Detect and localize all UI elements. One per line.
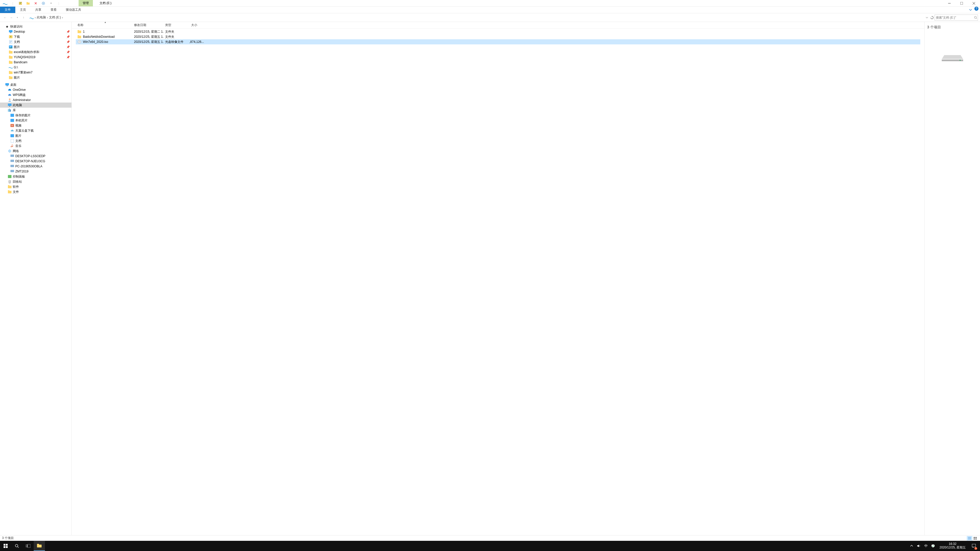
col-date[interactable]: 修改日期 — [132, 23, 164, 27]
tree-item-lib[interactable]: 文档 — [0, 138, 72, 143]
forward-button[interactable]: → — [8, 14, 14, 21]
col-size[interactable]: 大小 — [189, 23, 205, 27]
tree-item-documents[interactable]: 文档📌 — [0, 39, 72, 44]
file-date: 2020/12/15, 星期二 1... — [132, 30, 164, 34]
new-folder-icon[interactable] — [25, 0, 31, 6]
tree-item-lib[interactable]: 图片 — [0, 133, 72, 138]
svg-rect-58 — [974, 538, 975, 540]
tab-file[interactable]: 文件 — [0, 6, 15, 13]
tree-item-wps[interactable]: WPS网盘 — [0, 92, 72, 97]
context-tab-label[interactable]: 管理 — [79, 0, 93, 6]
svg-rect-68 — [37, 544, 39, 545]
tree-item-net[interactable]: DESKTOP-NJEU3CG — [0, 159, 72, 164]
tree-item-desktop[interactable]: Desktop📌 — [0, 29, 72, 34]
view-thumbnails-button[interactable] — [972, 536, 978, 540]
breadcrumb[interactable]: › 此电脑 › 文档 (E:) › — [28, 14, 923, 21]
address-dropdown[interactable] — [924, 17, 929, 19]
chevron-right-icon[interactable]: › — [47, 16, 48, 19]
clock[interactable]: 16:32 2020/12/25, 星期五 — [937, 542, 968, 549]
chevron-right-icon[interactable]: › — [62, 16, 63, 19]
file-explorer-task[interactable] — [34, 541, 45, 551]
tree-item-onedrive[interactable]: OneDrive — [0, 87, 72, 92]
tree-item-folder[interactable]: 图片 — [0, 75, 72, 80]
tree-item-folder[interactable]: win7重装win7 — [0, 70, 72, 75]
tree-item-folder[interactable]: 文件 — [0, 189, 72, 194]
search-button[interactable] — [11, 541, 22, 551]
tab-home[interactable]: 主页 — [15, 6, 30, 13]
tree-item-folder[interactable]: excel表格制作求和📌 — [0, 49, 72, 55]
folder-icon — [9, 70, 13, 75]
tree-item-lib[interactable]: 天翼云盘下载 — [0, 128, 72, 133]
tree-item-control-panel[interactable]: 控制面板 — [0, 174, 72, 179]
tree-item-lib[interactable]: 音乐 — [0, 143, 72, 148]
tree-item-net[interactable]: DESKTOP-LSSOEDP — [0, 154, 72, 159]
tree-item-net[interactable]: ZMT2019 — [0, 169, 72, 174]
iso-icon — [77, 40, 81, 44]
tree-item-drive[interactable]: G:\ — [0, 65, 72, 70]
back-button[interactable]: ← — [2, 14, 8, 21]
properties-icon[interactable] — [18, 0, 24, 6]
tree-item-network[interactable]: 网络 — [0, 148, 72, 154]
close-button[interactable] — [968, 0, 980, 6]
file-row[interactable]: BaiduNetdiskDownload 2020/12/25, 星期五 1..… — [76, 34, 920, 39]
qat-separator: | — [56, 0, 62, 6]
up-button[interactable]: ↑ — [21, 14, 27, 21]
tree-item-folder[interactable]: YUNQISHI2019📌 — [0, 55, 72, 60]
tree-item-this-pc[interactable]: 此电脑 — [0, 103, 72, 108]
crumb-this-pc[interactable]: 此电脑 — [37, 15, 46, 20]
settings-icon[interactable] — [40, 0, 46, 6]
tree-item-folder[interactable]: Bandicam — [0, 60, 72, 65]
column-header-row: 名称▲ 修改日期 类型 大小 — [72, 22, 924, 29]
tree-item-folder[interactable]: 软件 — [0, 184, 72, 189]
col-name[interactable]: 名称▲ — [76, 23, 132, 27]
tree-item-libraries[interactable]: 库 — [0, 108, 72, 113]
tree-item-lib[interactable]: 本机照片 — [0, 118, 72, 123]
tree-item-lib[interactable]: 视频 — [0, 123, 72, 128]
tree-item-user[interactable]: Administrator — [0, 97, 72, 103]
desktop-icon — [5, 83, 9, 87]
search-icon[interactable] — [974, 16, 977, 19]
folder-icon — [77, 35, 81, 39]
maximize-button[interactable] — [956, 0, 967, 6]
tab-share[interactable]: 共享 — [30, 6, 46, 13]
folder-icon — [77, 30, 81, 34]
ribbon-tabs: 文件 主页 共享 查看 驱动器工具 ? — [0, 6, 980, 13]
search-box[interactable] — [935, 14, 978, 21]
search-input[interactable] — [936, 16, 974, 19]
refresh-button[interactable] — [929, 16, 935, 19]
tree-item-recycle-bin[interactable]: 回收站 — [0, 179, 72, 184]
notifications-button[interactable]: 3 — [969, 541, 978, 551]
qat-dropdown-icon[interactable]: ▾ — [48, 0, 54, 6]
tree-item-net[interactable]: PC-20190530OBLA — [0, 164, 72, 169]
start-button[interactable] — [0, 541, 11, 551]
tab-drive-tools[interactable]: 驱动器工具 — [61, 6, 86, 13]
file-row[interactable]: Win7x64_2020.iso 2020/12/25, 星期五 1... 光盘… — [76, 39, 920, 44]
tree-item-pictures[interactable]: 图片📌 — [0, 44, 72, 49]
svg-rect-67 — [37, 545, 41, 548]
help-icon[interactable]: ? — [974, 6, 978, 11]
pin-icon: 📌 — [66, 35, 70, 38]
svg-rect-61 — [6, 544, 8, 546]
tree-desktop[interactable]: 桌面 — [0, 82, 72, 87]
task-view-button[interactable] — [22, 541, 34, 551]
recent-dropdown[interactable]: ▾ — [14, 14, 21, 21]
chevron-right-icon[interactable]: › — [35, 16, 36, 19]
minimize-button[interactable] — [944, 0, 955, 6]
col-type[interactable]: 类型 — [164, 23, 189, 27]
ime-indicator[interactable]: 中 — [923, 541, 929, 551]
view-details-button[interactable] — [967, 536, 972, 540]
tree-item-downloads[interactable]: 下载📌 — [0, 34, 72, 39]
expand-ribbon-icon[interactable] — [968, 6, 974, 13]
crumb-drive-e[interactable]: 文档 (E:) — [49, 15, 61, 20]
delete-icon[interactable]: ✕ — [33, 0, 39, 6]
tree-quick-access[interactable]: ★快速访问 — [0, 24, 72, 29]
tray-overflow-icon[interactable] — [909, 541, 915, 551]
app-icon[interactable] — [2, 0, 8, 6]
volume-icon[interactable] — [916, 541, 921, 551]
navigation-tree[interactable]: ★快速访问 Desktop📌 下载📌 文档📌 图片📌 excel表格制作求和📌 … — [0, 22, 72, 535]
tab-view[interactable]: 查看 — [46, 6, 61, 13]
pictures-icon — [10, 134, 14, 138]
security-icon[interactable] — [930, 541, 936, 551]
file-row[interactable]: 1 2020/12/15, 星期二 1... 文件夹 — [76, 29, 920, 34]
tree-item-lib[interactable]: 保存的图片 — [0, 113, 72, 118]
